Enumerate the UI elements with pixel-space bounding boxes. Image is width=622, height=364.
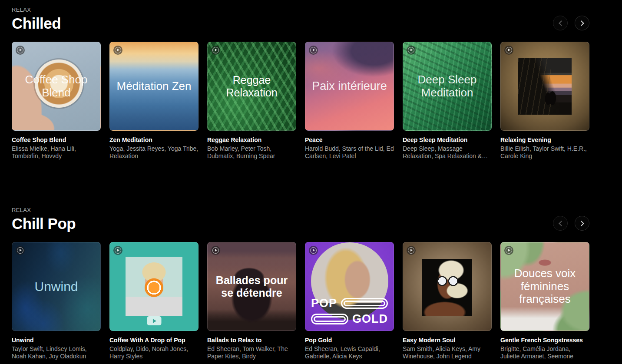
playlist-cover: Unwind [12,242,101,331]
play-circle-icon[interactable] [504,246,513,255]
playlist-artists: Coldplay, Dido, Norah Jones, Harry Style… [109,345,199,360]
carousel-next-button[interactable] [575,16,589,30]
playlist-artists: Bob Marley, Peter Tosh, Dubmatix, Burnin… [207,145,296,160]
play-circle-icon[interactable] [16,246,25,255]
playlist-card[interactable]: Paix intérieure Peace Harold Budd, Stars… [305,42,394,160]
playlist-shelf: RELAX Chilled Coffee Shop Blend Coffee S… [12,7,622,160]
playlist-cover: Reggae Relaxation [207,42,296,131]
playlist-card[interactable]: POPGOLD Pop Gold Ed Sheeran, Lewis Capal… [305,242,394,360]
playlist-cover: Coffee Shop Blend [12,42,101,131]
playlist-card[interactable]: Unwind Unwind Taylor Swift, Lindsey Lomi… [12,242,101,360]
playlist-cover [403,242,492,331]
playlist-title[interactable]: Reggae Relaxation [207,136,296,144]
playlist-cover: Ballades pour se détendre [207,242,296,331]
play-circle-icon[interactable] [504,46,513,55]
logo-word: GOLD [352,313,388,325]
playlist-artists: Sam Smith, Alicia Keys, Amy Winehouse, J… [403,345,492,360]
playlist-title[interactable]: Relaxing Evening [500,136,589,144]
logo-row: POP [311,298,388,309]
chevron-right-icon [579,20,584,26]
playlist-card[interactable]: Relaxing Evening Billie Eilish, Taylor S… [500,42,589,160]
cover-photo [126,257,182,316]
playlist-cover: Paix intérieure [305,42,394,131]
playlist-card[interactable]: Deep Sleep Meditation Deep Sleep Meditat… [403,42,492,160]
section-eyebrow: RELAX [12,207,76,213]
section-title[interactable]: Chill Pop [12,215,76,232]
playlist-cover: Deep Sleep Meditation [403,42,492,131]
shelf-header: RELAX Chilled [12,7,622,32]
playlist-title[interactable]: Pop Gold [305,337,394,344]
playlist-artists: Taylor Swift, Lindsey Lomis, Noah Kahan,… [12,345,101,360]
playlist-title[interactable]: Ballads to Relax to [207,337,296,344]
playlist-card[interactable]: Ballades pour se détendre Ballads to Rel… [207,242,296,360]
playlist-card[interactable]: Douces voix féminines françaises Gentle … [500,242,589,360]
play-circle-icon[interactable] [407,46,416,55]
play-circle-icon[interactable] [211,246,220,255]
playlist-cover [500,42,589,131]
playlist-cover: Douces voix féminines françaises [500,242,589,331]
playlist-artists: Harold Budd, Stars of the Lid, Ed Carlse… [305,145,394,160]
play-circle-icon[interactable] [309,246,318,255]
playlist-cover: Méditation Zen [109,42,199,131]
playlist-title[interactable]: Coffee Shop Blend [12,136,101,144]
pop-gold-logo: POPGOLD [305,298,394,325]
playlist-card[interactable]: Coffee Shop Blend Coffee Shop Blend Elis… [12,42,101,160]
playlist-card[interactable]: Méditation Zen Zen Meditation Yoga, Jess… [109,42,199,160]
carousel-next-button[interactable] [575,216,589,231]
play-circle-icon[interactable] [309,46,318,55]
logo-word: POP [311,298,337,309]
cover-photo [518,58,572,115]
playlist-cover [109,242,199,331]
pill-shape [341,298,388,309]
cover-overlay-title: Reggae Relaxation [208,42,296,130]
playlist-card[interactable]: Coffee With A Drop of Pop Coldplay, Dido… [109,242,199,360]
playlist-card[interactable]: Reggae Relaxation Reggae Relaxation Bob … [207,42,296,160]
shelf-header-text: RELAX Chill Pop [12,207,76,232]
playlist-cover: POPGOLD [305,242,394,331]
playlist-artists: Billie Eilish, Taylor Swift, H.E.R., Car… [500,145,589,160]
playlist-title[interactable]: Gentle French Songstresses [500,337,589,344]
cover-photo [422,259,472,316]
card-row: Unwind Unwind Taylor Swift, Lindsey Lomi… [12,242,622,360]
playlist-card[interactable]: Easy Modern Soul Sam Smith, Alicia Keys,… [403,242,492,360]
playlist-title[interactable]: Zen Meditation [109,136,199,144]
playlist-artists: Brigitte, Camélia Jordana, Juliette Arma… [500,345,589,360]
playlist-title[interactable]: Unwind [12,337,101,344]
playlist-title[interactable]: Peace [305,136,394,144]
chevron-right-icon [579,221,584,226]
cover-overlay-title: Méditation Zen [110,42,198,130]
playlist-title[interactable]: Easy Modern Soul [403,337,492,344]
cover-overlay-title: Coffee Shop Blend [12,42,100,130]
logo-row: GOLD [311,313,388,325]
play-circle-icon[interactable] [407,246,416,255]
cover-overlay-title: Douces voix féminines françaises [501,242,589,331]
chevron-left-icon [559,221,564,226]
cover-overlay-title: Unwind [12,242,100,331]
chevron-left-icon [559,20,564,26]
playlist-artists: Yoga, Jessita Reyes, Yoga Tribe, Relaxat… [109,145,199,160]
playlist-shelf: RELAX Chill Pop Unwind Unwind Taylor Swi… [12,207,622,360]
playlist-artists: Elissa Mielke, Hana Lili, Tomberlin, Hov… [12,145,101,160]
playlist-artists: Deep Sleep, Massage Relaxation, Spa Rela… [403,145,492,160]
cover-overlay-title: Ballades pour se détendre [208,242,296,331]
card-row: Coffee Shop Blend Coffee Shop Blend Elis… [12,42,622,160]
play-circle-icon[interactable] [113,46,122,55]
cover-overlay-title: Paix intérieure [305,42,394,130]
pill-shape [311,314,348,324]
play-circle-icon[interactable] [16,46,25,55]
browse-page: RELAX Chilled Coffee Shop Blend Coffee S… [0,0,622,360]
play-circle-icon[interactable] [211,46,220,55]
carousel-nav [553,16,589,30]
playlist-title[interactable]: Deep Sleep Meditation [403,136,492,144]
playlist-title[interactable]: Coffee With A Drop of Pop [109,337,199,344]
section-eyebrow: RELAX [12,7,61,13]
carousel-prev-button[interactable] [553,16,568,30]
carousel-prev-button[interactable] [553,216,568,231]
shelf-header: RELAX Chill Pop [12,207,622,232]
play-circle-icon[interactable] [113,246,122,255]
shelf-header-text: RELAX Chilled [12,7,61,32]
carousel-nav [553,216,589,231]
playlist-artists: Ed Sheeran, Lewis Capaldi, Gabrielle, Al… [305,345,394,360]
section-title[interactable]: Chilled [12,15,61,32]
cover-overlay-title: Deep Sleep Meditation [403,42,491,130]
